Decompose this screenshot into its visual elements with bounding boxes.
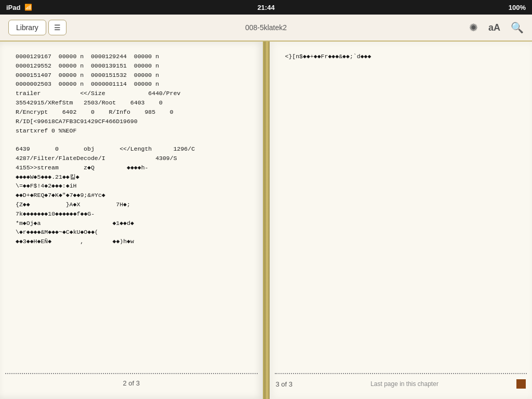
left-page: 0000129167 00000 n 0000129244 00000 n 00… — [0, 42, 264, 399]
status-left: iPad 📶 — [6, 4, 32, 11]
toolbar: Library ☰ 008-5klatek2 ✺ aA 🔍 — [0, 15, 532, 42]
wifi-icon: 📶 — [24, 4, 32, 11]
book-spine — [264, 42, 270, 399]
right-dots-line — [275, 373, 527, 374]
left-page-number: 2 of 3 — [123, 379, 140, 387]
book-container: 0000129167 00000 n 0000129244 00000 n 00… — [0, 42, 532, 399]
list-icon: ☰ — [54, 23, 61, 32]
list-button[interactable]: ☰ — [48, 20, 66, 35]
brightness-icon[interactable]: ✺ — [469, 21, 478, 34]
left-dots-line — [5, 373, 258, 374]
left-page-footer: 2 of 3 — [0, 373, 263, 399]
right-page: <}[n$◆◆+◆◆Fr◆◆◆&◆◆;`d◆◆◆ 3 of 3 Last pag… — [270, 42, 533, 399]
left-page-content: 0000129167 00000 n 0000129244 00000 n 00… — [16, 52, 247, 246]
right-page-number: 3 of 3 — [276, 380, 293, 388]
status-time: 21:44 — [257, 4, 274, 11]
device-name: iPad — [6, 4, 20, 11]
right-page-footer: 3 of 3 Last page in this chapter — [270, 373, 533, 399]
toolbar-right: ✺ aA 🔍 — [469, 21, 524, 34]
library-button[interactable]: Library — [8, 20, 46, 35]
right-footer-row: 3 of 3 Last page in this chapter — [270, 377, 533, 391]
battery-status: 100% — [509, 4, 526, 11]
search-icon[interactable]: 🔍 — [511, 21, 524, 34]
status-bar: iPad 📶 21:44 100% — [0, 0, 532, 15]
font-size-icon[interactable]: aA — [488, 22, 500, 33]
last-page-label: Last page in this chapter — [370, 380, 438, 388]
book-title: 008-5klatek2 — [245, 23, 287, 32]
right-page-content: <}[n$◆◆+◆◆Fr◆◆◆&◆◆;`d◆◆◆ — [285, 52, 517, 61]
bookmark-square — [516, 379, 526, 389]
toolbar-left: Library ☰ — [8, 20, 66, 35]
